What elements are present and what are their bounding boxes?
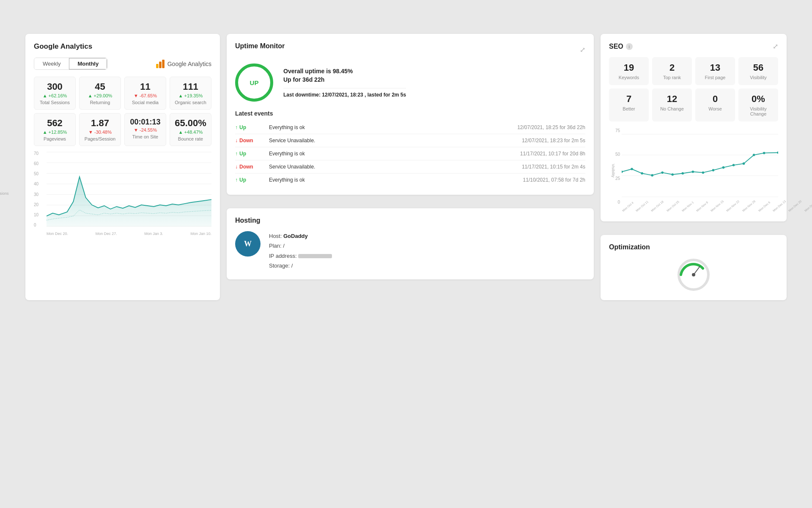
metric-organic-search: 111 ▲ +19.35% Organic search <box>170 77 211 110</box>
ga-logo-text: Google Analytics <box>167 61 211 67</box>
seo-metric-first-page: 13 First page <box>695 57 735 85</box>
svg-rect-2 <box>162 60 165 68</box>
uptime-header: Uptime Monitor ⤢ <box>235 42 585 57</box>
seo-metric-visibility: 56 Visibility <box>738 57 778 85</box>
seo-title: SEO <box>609 43 623 50</box>
metric-change-pageviews: ▲ +12.85% <box>38 130 72 135</box>
event-status-up-5: ↑ Up <box>235 177 269 183</box>
metric-change-time-on-site: ▼ -24.55% <box>128 127 162 133</box>
svg-point-21 <box>661 171 664 174</box>
hosting-content: W Host: GoDaddy Plan: / IP address: Stor… <box>235 231 585 271</box>
event-msg-3: Everything is ok <box>269 151 427 157</box>
info-icon[interactable]: i <box>626 43 633 50</box>
metric-value-pageviews: 562 <box>38 118 72 129</box>
seo-expand-icon[interactable]: ⤢ <box>773 42 778 50</box>
metric-change-organic-search: ▲ +19.35% <box>173 93 208 98</box>
ip-redacted <box>298 254 332 258</box>
metric-change-social-media: ▼ -67.65% <box>128 93 162 98</box>
event-time-2: 12/07/2021, 18:23 for 2m 5s <box>427 138 585 144</box>
seo-value-no-change: 12 <box>656 94 689 105</box>
uptime-stats: Overall uptime is 98.45% Up for 36d 22h … <box>283 68 406 98</box>
events-list: ↑ Up Everything is ok 12/07/2021, 18:25 … <box>235 121 585 186</box>
expand-icon[interactable]: ⤢ <box>580 46 585 54</box>
event-time-5: 11/10/2021, 07:58 for 7d 2h <box>427 177 585 183</box>
uptime-upfor: Up for 36d 22h <box>283 76 406 83</box>
svg-point-25 <box>702 171 705 174</box>
seo-value-worse: 0 <box>699 94 732 105</box>
seo-x-labels: Mon Oct 4 Mon Oct 11 Mon Oct 18 Mon Oct … <box>622 210 778 213</box>
event-row: ↓ Down Service Unavailable. 11/17/2021, … <box>235 160 585 174</box>
seo-chart-svg <box>622 128 778 203</box>
speed-gauge-icon <box>677 258 710 292</box>
seo-value-keywords: 19 <box>612 62 645 73</box>
seo-value-visibility-change: 0% <box>742 94 775 105</box>
metric-change-bounce-rate: ▲ +48.47% <box>173 130 208 135</box>
event-row: ↑ Up Everything is ok 11/17/2021, 10:17 … <box>235 147 585 160</box>
seo-value-visibility: 56 <box>742 62 775 73</box>
svg-point-18 <box>631 168 633 171</box>
svg-point-32 <box>777 152 778 154</box>
svg-rect-1 <box>159 61 162 68</box>
svg-point-23 <box>682 172 684 175</box>
metric-change-total-sessions: ▲ +62.16% <box>38 93 72 98</box>
up-circle: UP <box>235 64 273 102</box>
hosting-plan: Plan: / <box>269 241 332 251</box>
event-status-up-1: ↑ Up <box>235 124 269 130</box>
seo-metric-visibility-change: 0% Visibility Change <box>738 88 778 121</box>
metric-label-total-sessions: Total Sessions <box>38 100 72 105</box>
seo-chart: 75 50 25 0 Visibility <box>609 128 778 213</box>
metric-value-bounce-rate: 65.00% <box>173 118 208 129</box>
metric-label-organic-search: Organic search <box>173 100 208 105</box>
svg-text:W: W <box>244 240 252 248</box>
svg-point-31 <box>763 152 765 155</box>
metric-value-social-media: 11 <box>128 81 162 92</box>
hosting-details: Host: GoDaddy Plan: / IP address: Storag… <box>269 231 332 271</box>
metric-pages-session: 1.87 ▼ -30.48% Pages/Session <box>79 113 121 146</box>
hosting-host: Host: GoDaddy <box>269 231 332 241</box>
metric-total-sessions: 300 ▲ +62.16% Total Sessions <box>34 77 76 110</box>
svg-rect-0 <box>156 64 159 68</box>
uptime-top: UP Overall uptime is 98.45% Up for 36d 2… <box>235 64 585 102</box>
event-msg-4: Service Unavailable. <box>269 164 427 170</box>
metric-value-returning: 45 <box>83 81 117 92</box>
svg-point-30 <box>753 154 755 156</box>
event-time-3: 11/17/2021, 10:17 for 20d 8h <box>427 151 585 157</box>
seo-metric-better: 7 Better <box>609 88 649 121</box>
optimization-card: Optimization <box>601 235 787 300</box>
metric-social-media: 11 ▼ -67.65% Social media <box>124 77 166 110</box>
hosting-card: Hosting W Host: GoDaddy Plan: / IP addre… <box>227 208 594 279</box>
ga-header: Google Analytics <box>34 42 211 51</box>
metric-label-time-on-site: Time on Site <box>128 134 162 139</box>
hosting-title: Hosting <box>235 217 585 224</box>
chart-y-labels: 70 60 50 40 30 20 10 0 <box>34 151 47 227</box>
event-msg-1: Everything is ok <box>269 124 427 130</box>
seo-card: SEO i ⤢ 19 Keywords 2 Top rank 13 First … <box>601 34 787 221</box>
uptime-monitor-card: Uptime Monitor ⤢ UP Overall uptime is 98… <box>227 34 594 195</box>
chart-y-axis-label: Sessions <box>0 191 9 196</box>
metric-returning: 45 ▲ +29.00% Returning <box>79 77 121 110</box>
svg-point-17 <box>622 171 623 173</box>
uptime-overall: Overall uptime is 98.45% <box>283 68 406 75</box>
svg-point-22 <box>671 174 674 176</box>
metric-bounce-rate: 65.00% ▲ +48.47% Bounce rate <box>170 113 211 146</box>
event-time-1: 12/07/2021, 18:25 for 36d 22h <box>427 124 585 130</box>
seo-label-visibility: Visibility <box>742 75 775 80</box>
metric-label-pages-session: Pages/Session <box>83 136 117 141</box>
metric-value-pages-session: 1.87 <box>83 118 117 129</box>
seo-metric-keywords: 19 Keywords <box>609 57 649 85</box>
optimization-content <box>609 258 778 292</box>
metric-time-on-site: 00:01:13 ▼ -24.55% Time on Site <box>124 113 166 146</box>
seo-value-better: 7 <box>612 94 645 105</box>
monthly-toggle[interactable]: Monthly <box>69 58 107 69</box>
metric-value-time-on-site: 00:01:13 <box>128 118 162 127</box>
seo-header: SEO i ⤢ <box>609 42 778 50</box>
svg-point-26 <box>712 169 715 171</box>
latest-events-title: Latest events <box>235 110 585 117</box>
event-status-down-4: ↓ Down <box>235 164 269 170</box>
metric-label-social-media: Social media <box>128 100 162 105</box>
weekly-toggle[interactable]: Weekly <box>34 58 69 69</box>
sessions-chart-svg <box>47 151 211 227</box>
ga-card-title: Google Analytics <box>34 42 92 51</box>
hosting-ip: IP address: <box>269 251 332 261</box>
svg-point-19 <box>641 172 643 175</box>
